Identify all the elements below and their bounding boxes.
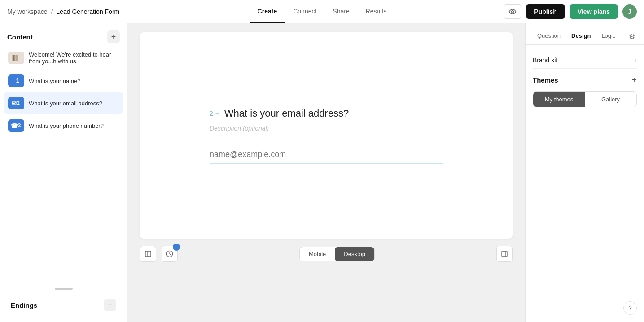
collapse-right-button[interactable] (496, 246, 513, 262)
list-item[interactable]: ✉ 2 What is your email address? (4, 92, 123, 114)
tab-question[interactable]: Question (533, 29, 565, 44)
collapse-left-button[interactable] (140, 246, 156, 262)
scroll-bar (55, 288, 73, 290)
tab-share[interactable]: Share (324, 0, 357, 23)
right-sidebar-content: Brand kit › Themes + My themes Gallery (526, 45, 644, 322)
help-button[interactable]: ? (623, 301, 637, 315)
header: My workspace / Lead Generation Form Crea… (0, 0, 644, 23)
add-ending-button[interactable]: + (104, 299, 116, 311)
brand-kit-row[interactable]: Brand kit › (533, 52, 637, 69)
notification-dot (173, 244, 180, 251)
main-content: Content + Welcome! We're excited to hear… (0, 23, 644, 322)
email-input-preview[interactable] (210, 146, 443, 164)
main-nav: Create Connect Share Results (250, 0, 395, 23)
list-item[interactable]: ≡ 1 What is your name? (4, 70, 123, 91)
welcome-item-label: Welcome! We're excited to hear from yo..… (29, 51, 119, 65)
themes-add-button[interactable]: + (631, 75, 637, 85)
list-item[interactable]: Welcome! We're excited to hear from yo..… (4, 47, 123, 69)
tab-design[interactable]: Design (567, 29, 595, 44)
breadcrumb-separator: / (51, 8, 53, 15)
canvas-area: 2 → What is your email address? Descript… (127, 23, 525, 322)
item-number: 1 (16, 78, 19, 84)
tab-logic[interactable]: Logic (597, 29, 620, 44)
arrow-icon: → (215, 110, 221, 117)
name-item-label: What is your name? (29, 78, 81, 84)
right-sidebar: Question Design Logic ⚙ Brand kit › Them… (525, 23, 644, 322)
question-number: 2 → (210, 110, 221, 117)
svg-rect-1 (13, 55, 15, 61)
themes-label: Themes (533, 76, 558, 84)
phone-item-label: What is your phone number? (29, 122, 104, 129)
email-item-label: What is your email address? (29, 100, 102, 107)
avatar[interactable]: J (622, 4, 637, 19)
question-text: What is your email address? (224, 108, 349, 119)
list-item[interactable]: ☎ 3 What is your phone number? (4, 115, 123, 136)
svg-point-0 (512, 10, 514, 13)
email-icon: ✉ 2 (8, 97, 24, 109)
workspace-link[interactable]: My workspace (7, 8, 47, 15)
preview-button[interactable] (504, 4, 521, 19)
welcome-icon (8, 52, 24, 64)
desktop-view-button[interactable]: Desktop (335, 247, 374, 261)
question-label: 2 → What is your email address? (210, 108, 443, 119)
form-question-area: 2 → What is your email address? Descript… (192, 90, 461, 182)
accessibility-button[interactable] (162, 246, 178, 262)
endings-section: Endings + (0, 292, 127, 322)
canvas-bottom-left (140, 246, 178, 262)
my-themes-button[interactable]: My themes (533, 92, 585, 107)
brand-kit-label: Brand kit (533, 57, 557, 64)
tab-results[interactable]: Results (358, 0, 395, 23)
tab-create[interactable]: Create (250, 0, 285, 23)
view-plans-button[interactable]: View plans (570, 4, 618, 19)
scroll-indicator (0, 286, 127, 292)
endings-title: Endings (11, 301, 37, 309)
themes-toggle: My themes Gallery (533, 91, 637, 107)
themes-row: Themes + (533, 69, 637, 90)
canvas-bottom: Mobile Desktop (140, 239, 513, 262)
gallery-button[interactable]: Gallery (585, 92, 636, 107)
question-description: Description (optional) (210, 125, 443, 132)
form-title: Lead Generation Form (56, 8, 119, 15)
mobile-view-button[interactable]: Mobile (300, 247, 335, 261)
right-tabs: Question Design Logic ⚙ (526, 23, 644, 45)
item-number: 2 (17, 100, 20, 106)
endings-header: Endings + (4, 292, 123, 315)
content-section-header: Content + (0, 23, 127, 47)
svg-rect-2 (15, 55, 18, 61)
svg-rect-6 (502, 251, 507, 257)
header-right: Publish View plans J (504, 4, 637, 19)
name-icon: ≡ 1 (8, 74, 24, 87)
svg-rect-3 (145, 251, 151, 257)
item-number: 3 (18, 122, 21, 129)
form-canvas: 2 → What is your email address? Descript… (140, 32, 513, 239)
canvas-bottom-right (496, 246, 513, 262)
content-title: Content (7, 33, 33, 41)
publish-button[interactable]: Publish (526, 4, 565, 19)
tab-connect[interactable]: Connect (285, 0, 324, 23)
view-toggle: Mobile Desktop (299, 247, 375, 261)
content-list: Welcome! We're excited to hear from yo..… (0, 47, 127, 286)
settings-button[interactable]: ⚙ (627, 30, 637, 43)
add-content-button[interactable]: + (107, 30, 120, 43)
left-sidebar: Content + Welcome! We're excited to hear… (0, 23, 127, 322)
chevron-right-icon: › (635, 57, 637, 64)
phone-icon: ☎ 3 (8, 119, 24, 132)
